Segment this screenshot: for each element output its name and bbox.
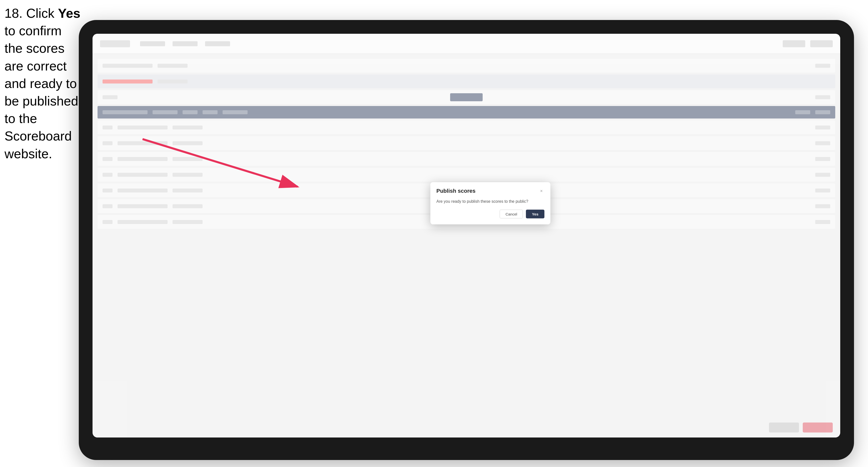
yes-button[interactable]: Yes [526, 210, 545, 218]
nav-item-2 [173, 41, 197, 46]
breadcrumb-cell-2 [158, 64, 188, 68]
bold-yes: Yes [58, 6, 81, 21]
th-6 [795, 110, 810, 114]
row-val-1 [173, 125, 203, 129]
row-name [118, 188, 167, 192]
sub-header-row [97, 74, 835, 88]
row-score [815, 204, 830, 208]
row-score [815, 141, 830, 145]
th-4 [203, 110, 218, 114]
app-header [93, 34, 840, 54]
instruction-text: 18. Click Yes to confirm the scores are … [4, 4, 82, 162]
row-val-1 [173, 220, 203, 224]
app-logo [100, 40, 130, 47]
row-name [118, 157, 167, 161]
sub-header-cell [102, 80, 153, 84]
th-2 [153, 110, 178, 114]
row-num [102, 173, 113, 177]
header-right [783, 40, 833, 47]
row-score [815, 157, 830, 161]
instruction-text-before: Click [26, 6, 58, 21]
modal-message: Are you ready to publish these scores to… [436, 199, 545, 204]
toolbar-cell-2 [815, 95, 830, 99]
row-score [815, 188, 830, 192]
row-val-1 [173, 204, 203, 208]
th-3 [183, 110, 197, 114]
step-number: 18. [4, 6, 23, 21]
publish-scores-button-bg [803, 423, 833, 433]
modal-body: Are you ready to publish these scores to… [430, 198, 550, 224]
row-num [102, 141, 113, 145]
table-row [97, 121, 835, 134]
row-score [815, 173, 830, 177]
nav-item-3 [205, 41, 230, 46]
publish-scores-dialog: Publish scores × Are you ready to publis… [430, 182, 550, 224]
row-val-1 [173, 173, 203, 177]
modal-actions: Cancel Yes [436, 210, 545, 218]
back-button-bg [769, 423, 799, 433]
header-nav [140, 41, 230, 46]
publish-button-bg [450, 93, 483, 101]
row-num [102, 125, 113, 129]
header-btn-2 [810, 40, 833, 47]
row-num [102, 220, 113, 224]
breadcrumb-cell [102, 64, 153, 68]
modal-close-button[interactable]: × [538, 188, 545, 194]
breadcrumb-row [97, 59, 835, 72]
tablet-device: Publish scores × Are you ready to publis… [79, 20, 854, 460]
row-num [102, 204, 113, 208]
th-7 [815, 110, 830, 114]
row-val-1 [173, 141, 203, 145]
modal-title: Publish scores [436, 188, 476, 194]
th-1 [102, 110, 148, 114]
row-score [815, 220, 830, 224]
cancel-button[interactable]: Cancel [500, 210, 523, 218]
row-name [118, 204, 167, 208]
row-name [118, 125, 167, 129]
row-score [815, 125, 830, 129]
table-row [97, 152, 835, 166]
tablet-screen: Publish scores × Are you ready to publis… [93, 34, 840, 437]
row-val-1 [173, 157, 203, 161]
row-name [118, 220, 167, 224]
row-val-1 [173, 188, 203, 192]
bottom-actions [769, 423, 833, 433]
breadcrumb-right [815, 64, 830, 68]
toolbar-row [97, 90, 835, 104]
header-btn-1 [783, 40, 805, 47]
table-row [97, 168, 835, 182]
table-header [97, 106, 835, 119]
row-num [102, 157, 113, 161]
row-name [118, 173, 167, 177]
modal-header: Publish scores × [430, 182, 550, 198]
toolbar-cell-1 [102, 95, 118, 99]
instruction-text-after: to confirm the scores are correct and re… [4, 24, 78, 161]
content-area [93, 54, 840, 437]
sub-header-cell-2 [158, 80, 188, 84]
th-5 [223, 110, 248, 114]
table-row [97, 136, 835, 150]
row-name [118, 141, 167, 145]
row-num [102, 188, 113, 192]
nav-item-1 [140, 41, 165, 46]
